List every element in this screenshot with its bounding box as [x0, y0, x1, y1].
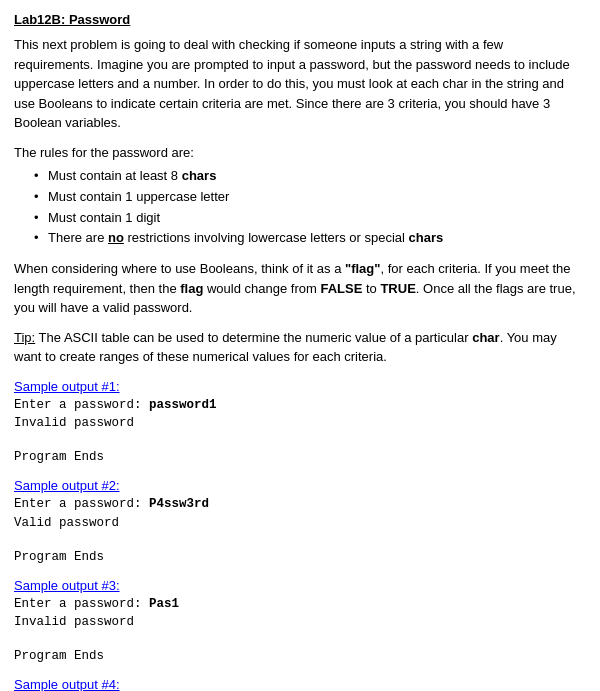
- sample-2-result: Valid password: [14, 514, 586, 533]
- flag-word2: flag: [180, 281, 203, 296]
- rule-4: There are no restrictions involving lowe…: [34, 228, 586, 249]
- sample-1-input: password1: [149, 398, 217, 412]
- rules-list: Must contain at least 8 chars Must conta…: [34, 166, 586, 249]
- sample-2-input: P4ssw3rd: [149, 497, 209, 511]
- intro-paragraph: This next problem is going to deal with …: [14, 35, 586, 133]
- sample-3-result: Invalid password: [14, 613, 586, 632]
- rule-3: Must contain 1 digit: [34, 208, 586, 229]
- rule-1: Must contain at least 8 chars: [34, 166, 586, 187]
- sample-3-label: Sample output #3:: [14, 578, 586, 593]
- sample-1-label: Sample output #1:: [14, 379, 586, 394]
- tip-paragraph: Tip: The ASCII table can be used to dete…: [14, 328, 586, 367]
- sample-2-ends: Program Ends: [14, 550, 586, 564]
- sample-4: Sample output #4: Enter a password: PASS…: [14, 677, 586, 691]
- rule-2: Must contain 1 uppercase letter: [34, 187, 586, 208]
- sample-3: Sample output #3: Enter a password: Pas1…: [14, 578, 586, 664]
- rule-4-no: no: [108, 230, 124, 245]
- sample-2: Sample output #2: Enter a password: P4ss…: [14, 478, 586, 564]
- sample-3-input: Pas1: [149, 597, 179, 611]
- tip-char: char: [472, 330, 499, 345]
- false-word: FALSE: [320, 281, 362, 296]
- sample-1-prompt: Enter a password: password1: [14, 396, 586, 415]
- sample-1-ends: Program Ends: [14, 450, 586, 464]
- title: Lab12B: Password: [14, 12, 586, 27]
- tip-label: Tip:: [14, 330, 35, 345]
- flag-paragraph: When considering where to use Booleans, …: [14, 259, 586, 318]
- rule-4-chars: chars: [409, 230, 444, 245]
- sample-3-prompt: Enter a password: Pas1: [14, 595, 586, 614]
- sample-4-label: Sample output #4:: [14, 677, 586, 691]
- true-word: TRUE: [380, 281, 415, 296]
- sample-3-ends: Program Ends: [14, 649, 586, 663]
- sample-2-prompt: Enter a password: P4ssw3rd: [14, 495, 586, 514]
- sample-1: Sample output #1: Enter a password: pass…: [14, 379, 586, 465]
- sample-1-result: Invalid password: [14, 414, 586, 433]
- rule-1-bold: chars: [182, 168, 217, 183]
- sample-2-label: Sample output #2:: [14, 478, 586, 493]
- rules-intro: The rules for the password are:: [14, 143, 586, 163]
- flag-word: "flag": [345, 261, 380, 276]
